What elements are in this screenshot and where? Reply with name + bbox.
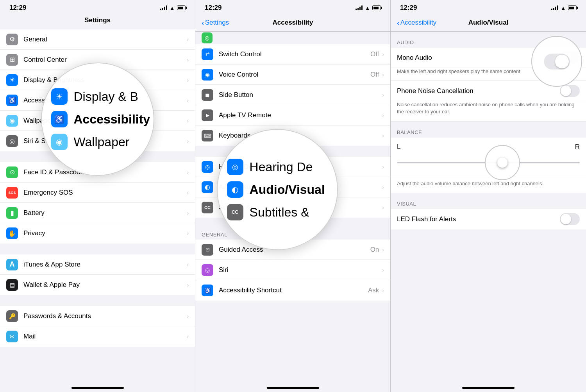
sos-label: Emergency SOS: [23, 189, 185, 197]
signal-icon-3: [551, 5, 558, 10]
nav-bar-2: ‹ Settings Accessibility: [195, 13, 390, 32]
general-chevron: ›: [187, 36, 189, 43]
phone-noise-sublabel: Noise cancellation reduces ambient noise…: [391, 101, 586, 121]
settings-item-general[interactable]: General ›: [0, 29, 195, 50]
guided-access-icon: ⊡: [202, 244, 213, 256]
settings-item-passwords[interactable]: 🔑 Passwords & Accounts ›: [0, 306, 195, 326]
balance-magnify-circle: [485, 145, 520, 180]
settings-item-appstore[interactable]: A iTunes & App Store ›: [0, 254, 195, 275]
status-time-3: 12:29: [400, 4, 417, 12]
settings-item-privacy[interactable]: ✋ Privacy ›: [0, 223, 195, 243]
magnify-display-label: Display & B: [74, 89, 138, 104]
magnify-content-1: ☀ Display & B ♿ Accessibility ◉ Wallpape…: [42, 77, 154, 161]
appstore-icon: A: [6, 259, 18, 270]
acc-item-shortcut[interactable]: ♿ Accessibility Shortcut Ask ›: [195, 280, 390, 301]
phone-noise-toggle[interactable]: [560, 85, 580, 97]
siri-chevron: ›: [187, 138, 189, 144]
acc-item-switch-control[interactable]: ⇄ Switch Control Off ›: [195, 44, 390, 64]
back-chevron-2: ‹: [202, 18, 204, 27]
led-flash-thumb: [561, 214, 571, 224]
back-label-2: Settings: [205, 19, 229, 27]
audio-group: Mono Audio Make the left and right speak…: [391, 48, 586, 122]
appletv-label: Apple TV Remote: [219, 111, 381, 119]
acc-item-siri[interactable]: ◎ Siri ›: [195, 260, 390, 280]
acc-item-appletv[interactable]: ▶ Apple TV Remote ›: [195, 105, 390, 125]
magnify2-hearing: ◎ Hearing De: [227, 156, 328, 178]
nav-bar-1: Settings: [0, 13, 195, 29]
wallet-chevron: ›: [187, 282, 189, 288]
control-center-label: Control Center: [23, 56, 185, 64]
av-content: AUDIO Mono Audio Make the left and right…: [391, 32, 586, 385]
section-group-4: 🔑 Passwords & Accounts › ✉ Mail ›: [0, 306, 195, 347]
settings-item-mail[interactable]: ✉ Mail ›: [0, 326, 195, 347]
magnify-item-display: ☀ Display & B: [51, 85, 144, 108]
nav-bar-3: ‹ Accessibility Audio/Visual: [391, 13, 586, 32]
keyboards-chevron: ›: [382, 132, 384, 139]
hearing-icon: ◎: [202, 161, 213, 173]
panel2-title: Accessibility: [273, 19, 313, 27]
accessibility-icon: ♿: [6, 95, 18, 106]
settings-item-battery[interactable]: ▮ Battery ›: [0, 203, 195, 223]
magnify-accessibility-icon: ♿: [51, 111, 68, 127]
status-time-1: 12:29: [9, 4, 26, 12]
balance-group: L R Adjust the audio volume balance betw…: [391, 138, 586, 193]
magnify-content-2: ◎ Hearing De ◐ Audio/Visual CC Subtitles…: [218, 148, 337, 231]
siri-icon: ◎: [6, 135, 18, 147]
control-center-chevron: ›: [187, 57, 189, 63]
magnify2-subtitles: CC Subtitles &: [227, 201, 328, 224]
balance-slider[interactable]: [397, 155, 580, 170]
display-chevron: ›: [187, 77, 189, 83]
voice-control-value: Off: [370, 71, 379, 79]
sos-chevron: ›: [187, 190, 189, 196]
balance-section-header: BALANCE: [391, 122, 586, 138]
signal-icon-2: [356, 5, 363, 10]
nav-row-3: ‹ Accessibility Audio/Visual: [397, 17, 580, 28]
switch-control-icon: ⇄: [202, 48, 213, 60]
back-button-2[interactable]: ‹ Settings: [202, 18, 229, 27]
privacy-icon: ✋: [6, 227, 18, 239]
magnify2-hearing-icon: ◎: [227, 159, 243, 175]
status-time-2: 12:29: [205, 4, 222, 12]
phone-noise-thumb: [561, 86, 571, 96]
sos-icon: SOS: [6, 187, 18, 199]
guided-access-chevron: ›: [382, 247, 384, 253]
mono-toggle-large[interactable]: [544, 54, 570, 69]
magnify-item-wallpaper: ◉ Wallpaper: [51, 131, 144, 153]
status-bar-3: 12:29 ▲: [391, 0, 586, 13]
guided-access-value: On: [370, 246, 379, 254]
battery-icon-2: [372, 5, 381, 10]
mail-chevron: ›: [187, 333, 189, 340]
acc-item-side-button[interactable]: ◼ Side Button ›: [195, 85, 390, 105]
voice-control-chevron: ›: [382, 72, 384, 78]
battery-item-icon: ▮: [6, 207, 18, 219]
acc-item-partial[interactable]: ◎: [195, 32, 390, 44]
settings-item-wallet[interactable]: ▤ Wallet & Apple Pay ›: [0, 275, 195, 295]
wifi-icon-2: ▲: [365, 5, 370, 11]
phone-noise-label: Phone Noise Cancellation: [397, 82, 560, 100]
home-indicator-2: [267, 387, 319, 389]
partial-icon: ◎: [202, 32, 213, 43]
acc-shortcut-icon: ♿: [202, 285, 213, 296]
general-label: General: [23, 36, 185, 43]
accessibility-chevron: ›: [187, 97, 189, 104]
settings-item-sos[interactable]: SOS Emergency SOS ›: [0, 183, 195, 203]
battery-chevron: ›: [187, 210, 189, 216]
battery-label: Battery: [23, 209, 185, 217]
siri2-label: Siri: [219, 266, 381, 274]
wallet-label: Wallet & Apple Pay: [23, 281, 185, 289]
magnify-item-accessibility: ♿ Accessibility: [51, 108, 144, 131]
siri2-icon: ◎: [202, 264, 213, 276]
balance-slider-thumb: [497, 158, 507, 168]
privacy-label: Privacy: [23, 229, 185, 237]
separator-1b: [0, 243, 195, 254]
panel1-title: Settings: [6, 15, 189, 26]
visual-group: LED Flash for Alerts: [391, 209, 586, 229]
nav-row-2: ‹ Settings Accessibility: [202, 17, 384, 28]
balance-R: R: [575, 143, 580, 151]
panel-accessibility: 12:29 ▲ ‹ Settings Accessibility: [195, 0, 391, 392]
magnify-accessibility-label: Accessibility: [74, 112, 150, 127]
back-button-3[interactable]: ‹ Accessibility: [397, 18, 436, 27]
acc-item-voice-control[interactable]: ◉ Voice Control Off ›: [195, 64, 390, 85]
led-flash-toggle[interactable]: [560, 213, 580, 225]
switch-control-label: Switch Control: [219, 50, 370, 58]
